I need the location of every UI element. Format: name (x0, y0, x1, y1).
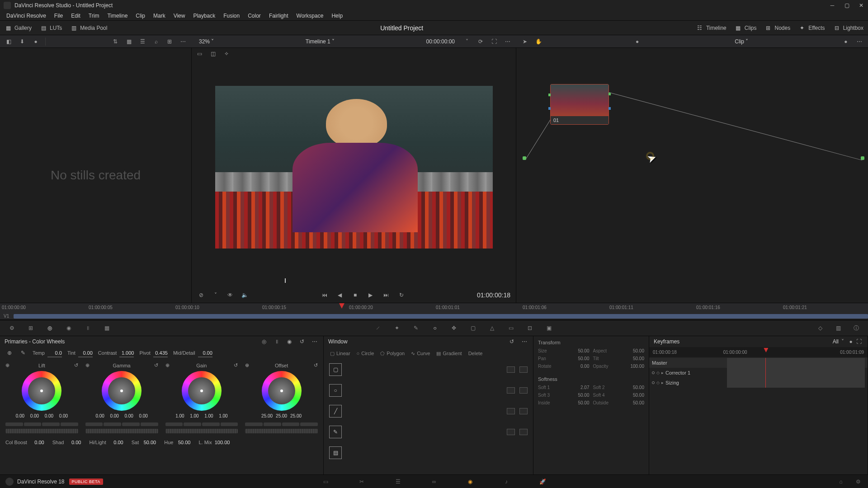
kf-track[interactable] (727, 358, 865, 368)
node-mode-dropdown[interactable]: Clip ˅ (732, 38, 751, 45)
page-deliver[interactable]: 🚀 (538, 477, 547, 486)
sort-icon[interactable]: ⇅ (111, 38, 119, 46)
wheel-reset-icon[interactable]: ↺ (234, 362, 238, 368)
node-01[interactable]: 01 (550, 84, 609, 125)
transform-field[interactable]: Soft 350.00 (538, 393, 590, 398)
tab-gradient[interactable]: ▤ Gradient (434, 350, 463, 357)
grab-still-icon[interactable]: ⬇ (18, 38, 26, 46)
wheel-master-dial[interactable] (5, 429, 78, 433)
transform-field[interactable]: Opacity100.00 (593, 364, 645, 369)
curves-icon[interactable]: ⟋ (373, 324, 382, 333)
menu-timeline[interactable]: Timeline (104, 12, 131, 20)
reset-icon[interactable]: ↺ (298, 338, 306, 346)
wheel-values[interactable]: 0.000.000.000.00 (94, 413, 149, 418)
chevron-down-icon[interactable]: ˅ (839, 338, 847, 346)
transform-field[interactable]: Soft 450.00 (593, 393, 645, 398)
kf-track[interactable] (727, 378, 865, 388)
kf-expand-icon[interactable]: ▸ (661, 380, 664, 385)
reverse-button[interactable]: ◀ (336, 291, 344, 299)
page-color[interactable]: ◉ (466, 477, 475, 486)
invert-toggle[interactable] (519, 387, 528, 394)
wheel-values[interactable]: 1.001.001.001.00 (174, 413, 229, 418)
param-input[interactable]: 50.00 (176, 440, 190, 445)
page-edit[interactable]: ☰ (393, 477, 402, 486)
header-timecode[interactable]: 00:00:00:00 (424, 38, 458, 45)
wheel-reset-icon[interactable]: ↺ (74, 362, 78, 368)
tab-linear[interactable]: ▢ Linear (328, 350, 352, 357)
color-wheel[interactable] (102, 371, 142, 411)
menu-clip[interactable]: Clip (132, 12, 149, 20)
loop-button[interactable]: ↻ (397, 291, 406, 299)
page-fusion[interactable]: ∞ (429, 477, 439, 486)
menu-fairlight[interactable]: Fairlight (265, 12, 292, 20)
wheel-master-dial[interactable] (85, 429, 158, 433)
wheel-picker-icon[interactable]: ⊕ (85, 362, 90, 368)
nodes-toggle[interactable]: ⊞Nodes (764, 24, 790, 32)
tab-circle[interactable]: ○ Circle (355, 350, 376, 357)
minimize-button[interactable]: ─ (829, 2, 835, 9)
menu-playback[interactable]: Playback (189, 12, 219, 20)
menu-color[interactable]: Color (244, 12, 264, 20)
kf-keyframe-icon[interactable] (652, 371, 655, 374)
first-frame-button[interactable]: ⏮ (321, 291, 329, 299)
tracker-icon[interactable]: ✥ (449, 324, 458, 333)
luts-toggle[interactable]: ▤LUTs (40, 24, 62, 32)
media-pool-toggle[interactable]: ▥Media Pool (70, 24, 107, 32)
menu-davinci[interactable]: DaVinci Resolve (3, 12, 50, 20)
page-media[interactable]: ▭ (321, 477, 330, 486)
color-wheels-icon[interactable]: ◎ (45, 324, 54, 333)
param-input[interactable]: 100.00 (215, 440, 230, 445)
grid-view-icon[interactable]: ▦ (125, 38, 133, 46)
menu-file[interactable]: File (51, 12, 66, 20)
key-icon[interactable]: ▭ (506, 324, 515, 333)
reset-icon[interactable]: ↺ (508, 338, 516, 346)
wheel-picker-icon[interactable]: ⊕ (5, 362, 9, 368)
wheel-ym-bars[interactable] (85, 422, 158, 426)
wheel-picker-icon[interactable]: ⊕ (165, 362, 170, 368)
wheel-values[interactable]: 0.000.000.000.00 (14, 413, 69, 418)
bypass-icon[interactable]: ⟳ (476, 38, 485, 46)
transform-field[interactable]: Soft 250.00 (593, 385, 645, 390)
blur-icon[interactable]: △ (487, 324, 496, 333)
stop-button[interactable]: ■ (351, 291, 359, 299)
shape-line[interactable]: ╱ (329, 405, 342, 418)
tab-polygon[interactable]: ⬠ Polygon (378, 350, 406, 357)
menu-view[interactable]: View (170, 12, 189, 20)
mute-icon[interactable]: 🔈 (241, 291, 249, 299)
kf-track[interactable] (727, 368, 865, 378)
menu-help[interactable]: Help (328, 12, 346, 20)
hdr-icon[interactable]: ◉ (64, 324, 73, 333)
contrast-input[interactable]: 1.000 (119, 350, 134, 356)
more-icon[interactable]: ⋯ (504, 38, 512, 46)
color-wheel[interactable] (22, 371, 61, 411)
split-icon[interactable]: ⊞ (165, 38, 174, 46)
wheel-ym-bars[interactable] (5, 422, 78, 426)
color-match-icon[interactable]: ⊞ (26, 324, 35, 333)
param-input[interactable]: 0.00 (109, 440, 123, 445)
wheel-reset-icon[interactable]: ↺ (314, 362, 318, 368)
transform-field[interactable]: Tilt50.00 (593, 356, 645, 361)
color-wheel[interactable] (262, 371, 302, 411)
invert-toggle[interactable] (519, 366, 528, 373)
search-icon[interactable]: ⌕ (152, 38, 160, 46)
magic-mask-icon[interactable]: ▢ (468, 324, 477, 333)
page-fairlight[interactable]: ♪ (502, 477, 511, 486)
loop-icon[interactable]: 👁 (226, 291, 234, 299)
rgb-mixer-icon[interactable]: ⫴ (83, 324, 92, 333)
param-input[interactable]: 50.00 (142, 440, 156, 445)
mask-toggle[interactable] (507, 387, 515, 394)
qualifier-icon[interactable]: ✎ (411, 324, 420, 333)
wheel-picker-icon[interactable]: ⊕ (245, 362, 249, 368)
split-wipe-icon[interactable]: ◫ (209, 50, 217, 58)
expand-icon[interactable]: ⛶ (490, 38, 498, 46)
param-input[interactable]: 0.00 (66, 440, 81, 445)
mask-toggle[interactable] (507, 429, 515, 435)
color-wheel[interactable] (182, 371, 222, 411)
timeline-track[interactable]: V1 (0, 313, 868, 320)
tint-input[interactable]: 0.00 (78, 350, 93, 356)
transform-field[interactable]: Size50.00 (538, 348, 590, 353)
menu-workspace[interactable]: Workspace (293, 12, 327, 20)
log-mode-icon[interactable]: ◉ (285, 338, 293, 346)
menu-trim[interactable]: Trim (85, 12, 103, 20)
pivot-input[interactable]: 0.435 (153, 350, 168, 356)
